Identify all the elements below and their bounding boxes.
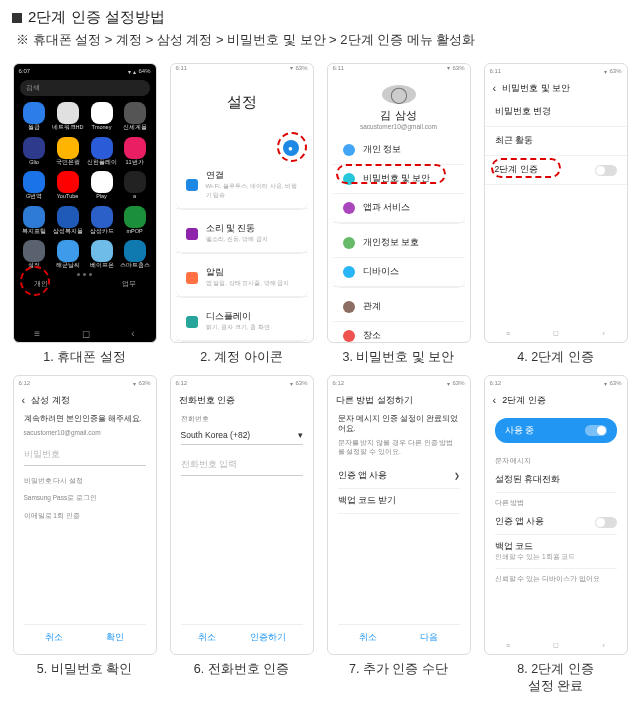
app-label: Tmoney [92, 125, 112, 131]
app-신세계몰[interactable]: 신세계몰 [120, 102, 150, 131]
account-item[interactable]: 개인정보 보호 [333, 229, 465, 258]
cancel-button[interactable]: 취소 [45, 631, 63, 644]
security-item[interactable]: 비밀번호 변경 [485, 98, 627, 127]
phone-input[interactable]: 전화번호 입력 [181, 455, 303, 476]
search-input[interactable]: 검색 [20, 80, 150, 96]
chevron-right-icon: ❯ [454, 472, 460, 480]
app-네트워크HD[interactable]: 네트워크HD [52, 102, 84, 131]
trusted-devices-hint: 신뢰할 수 있는 디바이스가 없어요 [495, 569, 617, 586]
app-베이프온[interactable]: 베이프온 [87, 240, 117, 269]
app-label: 네트워크HD [52, 125, 84, 131]
app-설정[interactable]: 설정 [20, 240, 49, 269]
header-title: 전화번호 인증 [179, 394, 236, 407]
app-해군날씨[interactable]: 해군날씨 [52, 240, 84, 269]
country-select[interactable]: South Korea (+82)▾ [181, 426, 303, 445]
account-item[interactable]: 장소 [333, 322, 465, 343]
back-icon[interactable]: ‹ [493, 82, 497, 94]
app-icon [91, 171, 113, 193]
app-Tmoney[interactable]: Tmoney [87, 102, 117, 131]
next-button[interactable]: 다음 [420, 631, 438, 644]
screenshot-step7: 6:12▾63% 다른 방법 설정하기 문자 메시지 인증 설정이 완료되었어요… [327, 375, 471, 655]
app-국민은행[interactable]: 국민은행 [52, 137, 84, 166]
samsung-pass-link[interactable]: Samsung Pass로 로그인 [24, 493, 146, 502]
app-label: 삼성카드 [90, 229, 114, 235]
app-a[interactable]: a [120, 171, 150, 200]
auth-app-item[interactable]: 인증 앱 사용 [495, 510, 617, 535]
app-label: YouTube [57, 194, 79, 200]
cancel-button[interactable]: 취소 [198, 631, 216, 644]
header-title: 비밀번호 및 보안 [502, 82, 570, 95]
app-Play[interactable]: Play [87, 171, 117, 200]
account-item-icon [343, 144, 355, 156]
app-label: 신한플레이 [87, 160, 117, 166]
app-icon [124, 240, 146, 262]
header-title: 2단계 인증 [502, 394, 546, 407]
app-mPOP[interactable]: mPOP [120, 206, 150, 235]
app-label: G번역 [26, 194, 42, 200]
backup-code-option[interactable]: 백업 코드 받기 [338, 489, 460, 514]
app-icon [124, 102, 146, 124]
settings-item[interactable]: 알림앱 알림, 상태 표시줄, 방해 금지 [176, 259, 308, 297]
account-item[interactable]: 개인 정보 [333, 136, 465, 165]
screenshot-step2: 6:11▾63% 설정 ● 연결Wi-Fi, 블루투스, 데이터 사용, 비행기… [170, 63, 314, 343]
app-icon [57, 137, 79, 159]
app-G번역[interactable]: G번역 [20, 171, 49, 200]
app-스마트홈스[interactable]: 스마트홈스 [120, 240, 150, 269]
app-YouTube[interactable]: YouTube [52, 171, 84, 200]
app-icon [23, 206, 45, 228]
app-삼성복지몰[interactable]: 삼성복지몰 [52, 206, 84, 235]
back-icon[interactable]: ‹ [493, 394, 497, 406]
email-auth-link[interactable]: 이메일로 1회 인증 [24, 511, 146, 520]
settings-item[interactable]: 연결Wi-Fi, 블루투스, 데이터 사용, 비행기 탑승 [176, 162, 308, 209]
header-title: 삼성 계정 [31, 394, 70, 407]
back-icon[interactable]: ‹ [22, 394, 26, 406]
app-icon [91, 206, 113, 228]
cancel-button[interactable]: 취소 [359, 631, 377, 644]
settings-item-icon [186, 316, 198, 328]
verify-button[interactable]: 인증하기 [250, 631, 286, 644]
app-신한플레이[interactable]: 신한플레이 [87, 137, 117, 166]
app-label: 국민은행 [56, 160, 80, 166]
tab-work[interactable]: 업무 [122, 280, 136, 289]
caption: 8. 2단계 인증 설정 완료 [517, 661, 593, 694]
profile-name: 김 삼성 [328, 108, 470, 123]
app-삼성카드[interactable]: 삼성카드 [87, 206, 117, 235]
caption: 4. 2단계 인증 [517, 349, 593, 365]
app-label: a [133, 194, 136, 200]
app-icon [57, 102, 79, 124]
backup-code-item[interactable]: 백업 코드인쇄할 수 있는 1회용 코드 [495, 535, 617, 569]
account-item[interactable]: 관계 [333, 293, 465, 322]
auth-app-option[interactable]: 인증 앱 사용❯ [338, 464, 460, 489]
account-item[interactable]: 앱과 서비스 [333, 194, 465, 223]
app-월급[interactable]: 월급 [20, 102, 49, 131]
toggle-off[interactable] [595, 517, 617, 528]
security-item[interactable]: 최근 활동 [485, 127, 627, 156]
settings-item-icon [186, 179, 198, 191]
app-icon [124, 137, 146, 159]
section-label: 문자 메시지 [495, 451, 617, 468]
settings-item[interactable]: 소리 및 진동벨소리, 진동, 방해 금지 [176, 215, 308, 253]
screenshot-step3: 6:11▾63% ◯ 김 삼성 sacustomer10@gmail.com 개… [327, 63, 471, 343]
app-icon [23, 171, 45, 193]
app-label: 월급 [28, 125, 40, 131]
password-field[interactable]: 비밀번호 [24, 445, 146, 466]
ok-button[interactable]: 확인 [106, 631, 124, 644]
settings-item[interactable]: 디스플레이밝기, 글자 크기, 홈 화면 [176, 303, 308, 341]
app-label: 삼성복지몰 [53, 229, 83, 235]
phone-item[interactable]: 설정된 휴대전화 [495, 468, 617, 493]
chevron-down-icon: ▾ [298, 430, 303, 440]
app-11번가[interactable]: 11번가 [120, 137, 150, 166]
two-step-toggle[interactable]: 사용 중 [495, 418, 617, 443]
app-복지포털[interactable]: 복지포털 [20, 206, 49, 235]
app-Glio[interactable]: Glio [20, 137, 49, 166]
app-icon [23, 240, 45, 262]
app-icon [91, 102, 113, 124]
screenshot-step5: 6:12▾63% ‹삼성 계정 계속하려면 본인인증을 해주세요. sacust… [13, 375, 157, 655]
account-item[interactable]: 디바이스 [333, 258, 465, 287]
toggle[interactable] [595, 165, 617, 176]
section-title: 2단계 인증 설정방법 [12, 8, 628, 27]
caption: 2. 계정 아이콘 [200, 349, 282, 365]
status-time: 6:07 [19, 68, 31, 74]
instruction-sub: 문자를 받지 않을 경우 다른 인증 방법을 설정할 수 있어요. [338, 438, 460, 456]
reset-password-link[interactable]: 비밀번호 다시 설정 [24, 476, 146, 485]
